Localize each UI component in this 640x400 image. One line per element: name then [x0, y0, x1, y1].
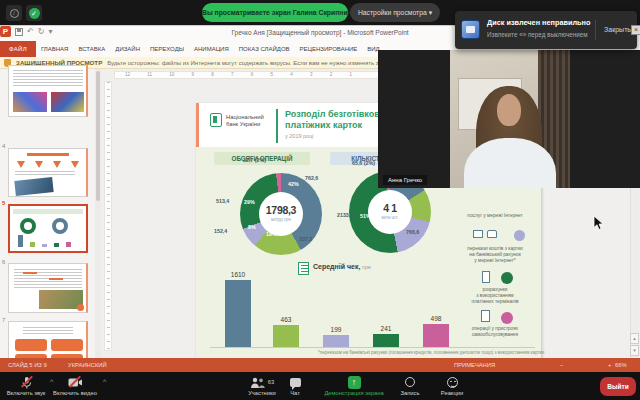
participants-count: 63	[268, 379, 274, 385]
bar-card-transfers: 463	[273, 325, 299, 347]
participant-video-tile[interactable]: Анна Гречко	[378, 50, 640, 188]
money-icon	[473, 230, 483, 238]
video-options-caret[interactable]: ^	[103, 378, 106, 385]
reactions-smiley-icon	[447, 377, 458, 388]
thumbnail-panel-scrollbar[interactable]	[95, 69, 101, 358]
zoom-level[interactable]: 66%	[615, 358, 627, 372]
slide-footnote: *переказом на банківські рахунки (погаше…	[318, 350, 544, 355]
thumbnail-title	[27, 153, 69, 156]
donut-label: 337,2	[299, 236, 312, 242]
tab-design[interactable]: ДИЗАЙН	[110, 41, 145, 57]
tab-home[interactable]: ГЛАВНАЯ	[36, 41, 74, 57]
meeting-info-icon[interactable]: i	[6, 5, 22, 21]
notification-dismiss-button[interactable]: Закрыть	[595, 20, 631, 40]
volume-donut-chart: 1798,3 млрд грн	[240, 173, 322, 255]
atm-icon	[481, 310, 490, 322]
notification-message: Извлеките «» перед выключением	[487, 31, 588, 38]
thumbnail-title	[13, 209, 83, 214]
donut-label: 762,6	[305, 175, 318, 181]
share-screen-icon: ↑	[348, 376, 361, 389]
record-button[interactable]: Запись	[390, 375, 430, 396]
legend-item-internet: послуг у мережі Інтернет	[451, 213, 539, 219]
reactions-button[interactable]: Реакции	[432, 375, 472, 396]
notification-title: Диск извлечен неправильно	[487, 18, 590, 27]
legend-dot-terminals	[501, 272, 513, 284]
tab-transitions[interactable]: ПЕРЕХОДЫ	[145, 41, 189, 57]
thumbnail-photo	[13, 92, 47, 112]
thumbnail-bar	[54, 243, 59, 247]
viewing-screen-banner: Вы просматриваете экран Галина Скрипник	[202, 3, 348, 22]
legend-dot-transfers	[514, 230, 525, 241]
donut-pct-label: 8%	[248, 224, 256, 230]
powerpoint-status-bar: СЛАЙД 5 ИЗ 9 УКРАИНСКИЙ ПРИМЕЧАНИЯ − + 6…	[0, 358, 640, 372]
scroll-up-button[interactable]: ▴	[630, 333, 639, 344]
slide-thumbnail-5-selected[interactable]	[8, 204, 88, 253]
tab-review[interactable]: РЕЦЕНЗИРОВАНИЕ	[295, 41, 363, 57]
donut-label: 65,6 (2%)	[352, 160, 375, 166]
thumbnail-bar	[18, 235, 23, 247]
legend-dot-self-service	[501, 312, 513, 324]
thumbnail-photo	[14, 177, 53, 196]
notes-button[interactable]: ПРИМЕЧАНИЯ	[454, 358, 495, 372]
slide-thumbnail-6[interactable]	[8, 263, 88, 313]
thumbnail-highlight	[49, 278, 63, 280]
donut-pct-label: 29%	[244, 199, 255, 205]
slide-thumbnail-3[interactable]	[8, 65, 88, 117]
mouse-cursor	[593, 216, 604, 231]
legend-item-terminals: розрахунки з використанням платіжних тер…	[451, 287, 539, 306]
slide-thumbnail-panel: 4 5	[0, 69, 95, 358]
zoom-meeting-screen: P ↶ ↻ ▾ Гречко Аня [Защищенный просмотр]…	[0, 0, 640, 400]
donut-pct-label: 51%	[360, 213, 371, 219]
scroll-down-button[interactable]: ▾	[630, 345, 639, 356]
slide-thumbnail-4[interactable]	[8, 148, 88, 197]
share-screen-button[interactable]: ↑ Демонстрация экрана	[318, 375, 390, 396]
thumbnail-title	[23, 327, 73, 334]
security-shield-icon[interactable]: ✓	[26, 5, 42, 21]
notification-close-icon[interactable]: ×	[631, 25, 640, 35]
header-divider	[276, 109, 278, 143]
tab-insert[interactable]: ВСТАВКА	[73, 41, 110, 57]
view-options-button[interactable]: Настройки просмотра ▾	[350, 3, 440, 22]
zoom-out-button[interactable]: −	[560, 358, 563, 372]
language-indicator[interactable]: УКРАИНСКИЙ	[68, 358, 107, 372]
thumbnail-box	[15, 339, 47, 351]
nbu-logo-text: Національний банк України	[226, 114, 264, 127]
record-icon	[405, 377, 415, 387]
bar-pos-terminals: 241	[373, 334, 399, 347]
volume-donut-center: 1798,3 млрд грн	[259, 192, 303, 236]
leave-meeting-button[interactable]: Выйти	[600, 377, 636, 396]
thumbnail-photo	[51, 92, 84, 112]
tab-animations[interactable]: АНИМАЦИЯ	[189, 41, 234, 57]
start-video-button[interactable]: Включить видео	[44, 375, 106, 396]
thumbnail-bar	[30, 242, 35, 247]
participant-name-tag: Анна Гречко	[383, 175, 427, 185]
slide-subtitle: у 2019 році	[285, 133, 314, 139]
donut-label: 152,4	[214, 228, 227, 234]
bar-bank-account-transfers: 199	[323, 335, 349, 347]
participants-icon	[250, 377, 265, 388]
tab-slideshow[interactable]: ПОКАЗ СЛАЙДОВ	[234, 41, 295, 57]
bar-chart-title: Середній чек, грн	[313, 263, 371, 270]
thumbnail-text-block	[13, 70, 83, 88]
thumbnail-dot	[77, 304, 84, 311]
camera-feed	[450, 50, 570, 188]
participant-face	[497, 94, 521, 126]
donut-label: 513,4	[216, 198, 229, 204]
bar-internet-payments: 1610	[225, 280, 251, 347]
tab-file[interactable]: ФАЙЛ	[0, 41, 36, 57]
zoom-in-button[interactable]: +	[608, 358, 611, 372]
payment-terminal-icon	[482, 271, 490, 283]
slide-title: Розподіл безготівкових платіжних карток	[285, 109, 390, 130]
legend-item-self-service: операції у пристроях самообслуговування	[451, 326, 539, 338]
chat-button[interactable]: Чат	[275, 375, 315, 396]
bank-icon	[487, 230, 497, 238]
nbu-logo-icon	[210, 113, 222, 127]
donut-label: 766,6	[406, 229, 419, 235]
thumbnail-bar	[66, 242, 71, 247]
thumbnail-donut	[20, 218, 36, 234]
donut-label: 2133,2	[337, 212, 353, 218]
thumbnail-bar	[42, 244, 47, 247]
slide-indicator: СЛАЙД 5 ИЗ 9	[8, 358, 47, 372]
thumbnail-donut	[52, 218, 68, 234]
donut-label: 32,7 (2%)	[243, 157, 266, 163]
